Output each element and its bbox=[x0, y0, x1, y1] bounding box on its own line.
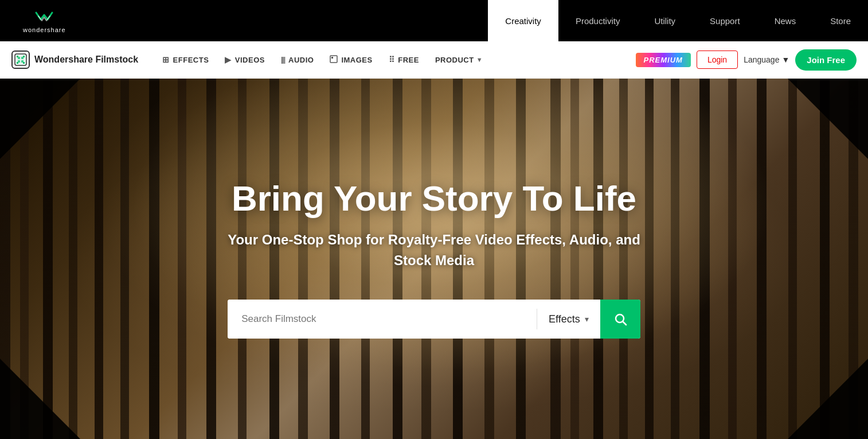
second-nav-right: PREMIUM Login Language ▼ Join Free bbox=[636, 49, 857, 71]
login-button[interactable]: Login bbox=[697, 50, 738, 69]
svg-line-8 bbox=[623, 322, 626, 325]
top-nav-link-support[interactable]: Support bbox=[693, 0, 757, 41]
wondershare-logo-icon bbox=[34, 8, 54, 24]
second-navigation: Wondershare Filmstock ⊞ EFFECTS ▶ VIDEOS… bbox=[0, 41, 868, 79]
wondershare-logo-area[interactable]: wondershare bbox=[0, 0, 89, 41]
top-nav-link-news[interactable]: News bbox=[757, 0, 814, 41]
search-input[interactable] bbox=[228, 300, 537, 339]
search-category-selector[interactable]: Effects ▾ bbox=[537, 300, 600, 339]
second-nav-images[interactable]: IMAGES bbox=[323, 50, 379, 69]
hero-section: Bring Your Story To Life Your One-Stop S… bbox=[0, 79, 868, 439]
svg-rect-4 bbox=[23, 62, 25, 64]
premium-badge[interactable]: PREMIUM bbox=[636, 53, 691, 67]
images-icon bbox=[330, 55, 338, 65]
top-nav-link-utility[interactable]: Utility bbox=[637, 0, 693, 41]
second-nav-free[interactable]: ⠿ FREE bbox=[382, 50, 426, 69]
hero-title: Bring Your Story To Life bbox=[228, 179, 640, 218]
svg-rect-5 bbox=[330, 56, 337, 63]
svg-rect-0 bbox=[15, 54, 26, 65]
search-category-label: Effects bbox=[549, 313, 580, 325]
language-chevron-icon: ▼ bbox=[781, 55, 789, 64]
language-selector[interactable]: Language ▼ bbox=[744, 55, 789, 64]
top-nav-link-store[interactable]: Store bbox=[813, 0, 868, 41]
filmstock-logo-icon bbox=[11, 50, 30, 69]
top-nav-link-creativity[interactable]: Creativity bbox=[488, 0, 558, 41]
effects-icon: ⊞ bbox=[162, 55, 170, 64]
wondershare-brand-text: wondershare bbox=[23, 26, 66, 33]
product-chevron-icon: ▼ bbox=[476, 56, 483, 63]
svg-rect-6 bbox=[331, 57, 333, 59]
join-free-button[interactable]: Join Free bbox=[795, 49, 857, 71]
search-icon bbox=[613, 312, 627, 326]
audio-icon: ||| bbox=[281, 56, 285, 64]
svg-rect-2 bbox=[23, 56, 25, 57]
top-navigation: wondershare Creativity Productivity Util… bbox=[0, 0, 868, 41]
top-nav-link-productivity[interactable]: Productivity bbox=[558, 0, 638, 41]
second-nav-links: ⊞ EFFECTS ▶ VIDEOS ||| AUDIO IMAGES ⠿ FR… bbox=[155, 50, 635, 69]
search-category-chevron-icon: ▾ bbox=[585, 314, 589, 324]
top-nav-links: Creativity Productivity Utility Support … bbox=[488, 0, 868, 41]
hero-content: Bring Your Story To Life Your One-Stop S… bbox=[216, 179, 652, 339]
second-nav-effects[interactable]: ⊞ EFFECTS bbox=[155, 50, 216, 69]
free-icon: ⠿ bbox=[389, 55, 395, 64]
videos-icon: ▶ bbox=[225, 55, 232, 64]
search-bar: Effects ▾ bbox=[228, 300, 640, 339]
filmstock-brand-name: Wondershare Filmstock bbox=[34, 55, 138, 65]
filmstock-brand[interactable]: Wondershare Filmstock bbox=[11, 50, 138, 69]
hero-subtitle: Your One-Stop Shop for Royalty-Free Vide… bbox=[228, 230, 640, 271]
second-nav-product[interactable]: PRODUCT ▼ bbox=[428, 51, 490, 69]
second-nav-videos[interactable]: ▶ VIDEOS bbox=[218, 50, 272, 69]
svg-rect-1 bbox=[17, 56, 18, 57]
second-nav-audio[interactable]: ||| AUDIO bbox=[274, 51, 320, 69]
svg-rect-3 bbox=[17, 62, 18, 64]
search-button[interactable] bbox=[600, 300, 640, 339]
